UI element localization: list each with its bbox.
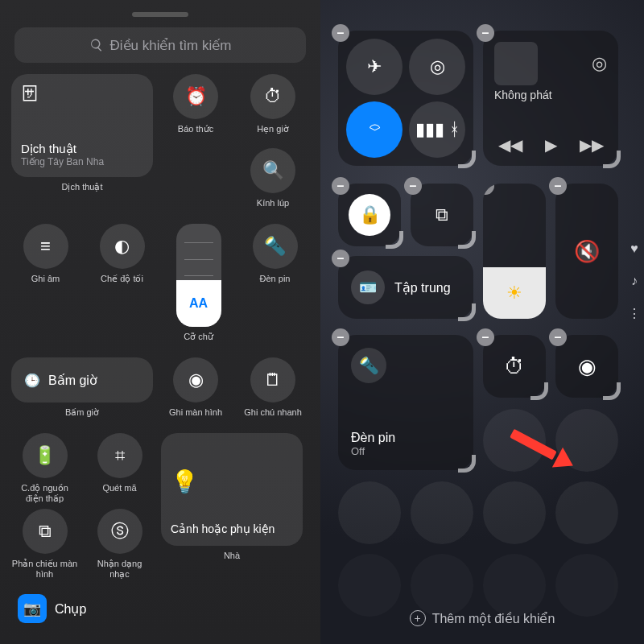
music-note-icon[interactable]: ♪	[631, 274, 638, 288]
translate-label: Dịch thuật	[62, 182, 103, 203]
album-art-placeholder	[494, 42, 538, 85]
low-power-control[interactable]: 🔋	[23, 433, 68, 478]
scan-code-control[interactable]: ⌗	[97, 433, 142, 478]
screen-record-toggle[interactable]: – ◉	[555, 335, 618, 398]
resize-handle[interactable]	[458, 455, 476, 473]
volume-mute-icon: 🔇	[574, 239, 600, 264]
resize-handle[interactable]	[458, 151, 476, 168]
quick-note-control[interactable]: 🗒	[250, 357, 295, 402]
camera-capture-button[interactable]: 📷	[18, 594, 47, 623]
connectivity-module[interactable]: – ✈︎ ◎ ⌔ ▮▮▮ᚼ	[338, 31, 473, 166]
screen-mirror-icon: ⧉	[436, 204, 448, 225]
magnifier-label: Kính lúp	[257, 198, 289, 219]
translate-tile[interactable]: 🈂︎ Dịch thuật Tiếng Tây Ban Nha	[11, 74, 153, 177]
battery-icon: 🔋	[34, 445, 56, 466]
stopwatch-icon: 🕒	[24, 373, 40, 388]
cellular-bluetooth-toggle[interactable]: ▮▮▮ᚼ	[409, 101, 465, 158]
now-playing-title: Không phát	[494, 89, 607, 101]
empty-slot[interactable]	[483, 554, 546, 617]
music-recognition-control[interactable]: ⓢ	[97, 509, 142, 554]
remove-badge[interactable]: –	[332, 177, 349, 195]
focus-icon: 🪪	[359, 279, 377, 296]
airplane-mode-toggle[interactable]: ✈︎	[346, 39, 402, 95]
add-control-button[interactable]: + Thêm một điều khiển	[320, 610, 644, 626]
flashlight-control[interactable]: 🔦	[253, 224, 298, 269]
resize-handle[interactable]	[458, 231, 476, 249]
focus-label: Tập trung	[394, 280, 451, 295]
alarm-icon: ⏰	[185, 86, 207, 107]
empty-slot[interactable]	[338, 554, 401, 617]
resize-handle[interactable]	[386, 231, 403, 249]
dark-mode-icon: ◐	[114, 236, 130, 257]
empty-slot[interactable]	[411, 554, 473, 617]
text-size-slider[interactable]: AA	[176, 224, 221, 327]
quick-note-label: Ghi chú nhanh	[244, 407, 302, 428]
empty-slot[interactable]	[411, 481, 473, 544]
remove-badge[interactable]: –	[477, 24, 494, 42]
screen-mirroring-toggle[interactable]: – ⧉	[411, 184, 473, 246]
resize-handle[interactable]	[530, 382, 548, 400]
airdrop-toggle[interactable]: ◎	[409, 39, 465, 95]
screen-record-label: Ghi màn hình	[169, 407, 222, 428]
controls-grid: 🈂︎ Dịch thuật Tiếng Tây Ban Nha Dịch thu…	[0, 74, 320, 580]
screen-mirror-label: Phản chiếu màn hình	[11, 559, 78, 580]
resize-handle[interactable]	[603, 382, 621, 400]
flashlight-module[interactable]: – 🔦 Đèn pin Off	[338, 335, 473, 470]
wifi-icon: ⌔	[369, 119, 380, 140]
text-size-marker: AA	[189, 296, 208, 311]
remove-badge[interactable]: –	[549, 177, 567, 195]
grabber	[132, 12, 188, 17]
voice-memo-control[interactable]: ≡	[23, 224, 68, 269]
bluetooth-icon: ᚼ	[449, 119, 460, 140]
play-icon[interactable]: ▶	[545, 135, 557, 155]
flashlight-title: Đèn pin	[351, 431, 460, 445]
now-playing-module[interactable]: – ◎ Không phát ◀◀ ▶ ▶▶	[483, 31, 618, 166]
remove-badge[interactable]: –	[477, 328, 494, 346]
music-recognition-label: Nhận dạng nhạc	[86, 559, 153, 580]
rewind-icon[interactable]: ◀◀	[498, 135, 522, 155]
timer-control[interactable]: ⏱	[250, 74, 295, 119]
brightness-slider[interactable]: – ☀︎	[483, 184, 546, 319]
dark-mode-control[interactable]: ◐	[100, 224, 145, 269]
remove-badge[interactable]: –	[332, 328, 349, 346]
flashlight-icon: 🔦	[359, 356, 379, 375]
screen-record-control[interactable]: ◉	[173, 357, 218, 402]
timer-toggle[interactable]: – ⏱	[483, 335, 546, 398]
magnifier-control[interactable]: 🔍	[250, 148, 295, 193]
stopwatch-tile[interactable]: 🕒 Bấm giờ	[11, 357, 153, 402]
remove-badge[interactable]: –	[332, 24, 349, 42]
mirror-icon: ⧉	[39, 521, 52, 542]
empty-slot[interactable]	[338, 481, 401, 544]
home-tile-text: Cảnh hoặc phụ kiện	[171, 522, 293, 536]
forward-icon[interactable]: ▶▶	[580, 135, 604, 155]
remove-badge[interactable]: –	[404, 177, 422, 195]
search-field[interactable]: Điều khiển tìm kiếm	[14, 27, 306, 63]
capture-row: 📷 Chụp	[18, 594, 86, 623]
search-placeholder: Điều khiển tìm kiếm	[110, 37, 232, 54]
remove-badge[interactable]: –	[332, 250, 349, 267]
rotation-lock-icon: 🔒	[359, 204, 381, 225]
remove-badge[interactable]: –	[483, 184, 494, 195]
resize-handle[interactable]	[603, 151, 621, 168]
wifi-toggle[interactable]: ⌔	[346, 101, 402, 158]
airdrop-icon: ◎	[430, 56, 445, 77]
remove-badge[interactable]: –	[549, 328, 567, 346]
flashlight-state: Off	[351, 445, 460, 457]
empty-slot[interactable]	[555, 554, 618, 617]
note-icon: 🗒	[264, 369, 282, 390]
empty-slot[interactable]	[555, 481, 618, 544]
screen-mirror-control[interactable]: ⧉	[23, 509, 68, 554]
resize-handle[interactable]	[458, 303, 476, 321]
home-scenes-tile[interactable]: 💡 Cảnh hoặc phụ kiện	[161, 433, 303, 546]
heart-icon[interactable]: ♥	[630, 242, 638, 256]
broadcast-icon[interactable]: ⋮	[628, 306, 641, 321]
flashlight-icon: 🔦	[264, 236, 286, 257]
scan-code-label: Quét mã	[102, 483, 136, 504]
shazam-icon: ⓢ	[111, 519, 129, 543]
alarm-control[interactable]: ⏰	[173, 74, 218, 119]
qr-icon: ⌗	[115, 445, 125, 466]
rotation-lock-toggle[interactable]: – 🔒	[338, 184, 401, 246]
airplay-audio-icon[interactable]: ◎	[592, 53, 607, 74]
volume-slider[interactable]: – 🔇	[555, 184, 618, 319]
focus-module[interactable]: – 🪪 Tập trung	[338, 256, 473, 319]
